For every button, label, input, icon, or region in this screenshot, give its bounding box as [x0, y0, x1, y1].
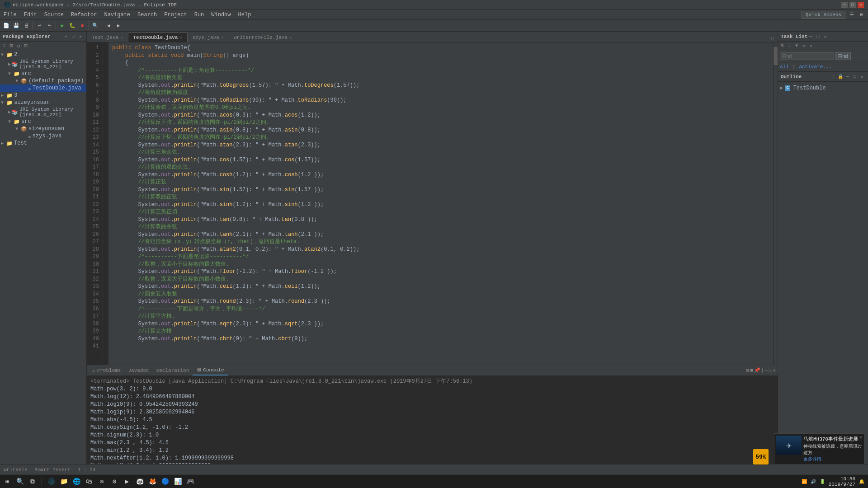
tree-item-pkg-size[interactable]: ▼ 📦 sizeyunsuan	[0, 125, 86, 132]
tab-szysjava-close[interactable]: ✕	[221, 35, 224, 40]
find-button[interactable]: Find	[835, 52, 851, 60]
search-taskbar-btn[interactable]: 🔍	[14, 476, 25, 487]
task-icon2[interactable]: ↕	[786, 42, 793, 49]
browser-taskbar[interactable]: 🌐	[71, 476, 82, 487]
app3-taskbar[interactable]: 🔵	[160, 476, 170, 487]
menu-source[interactable]: Source	[41, 11, 67, 19]
tree-item-testdouble[interactable]: ☕ TestDouble.java	[0, 84, 86, 92]
console-min-btn[interactable]: —	[765, 368, 768, 373]
find-input[interactable]	[780, 52, 834, 60]
scrollbar-thumb[interactable]	[774, 47, 778, 65]
stop-console-btn[interactable]: ■	[750, 368, 753, 373]
outline-min[interactable]: —	[844, 74, 851, 80]
pin-console-btn[interactable]: 📌	[754, 367, 760, 373]
task-list-close[interactable]: ✕	[822, 33, 828, 40]
tree-item-jre-size[interactable]: ▶ 📚 JRE System Library [jre1.8.0_221]	[0, 106, 86, 118]
task-icon3[interactable]: ▼	[793, 42, 800, 49]
eclipse-taskbar[interactable]: 🌑	[46, 476, 57, 487]
minimize-button[interactable]: —	[841, 1, 848, 9]
maximize-panel-btn[interactable]: □	[70, 33, 76, 40]
app2-taskbar[interactable]: 🦊	[147, 476, 158, 487]
app4-taskbar[interactable]: 📊	[172, 476, 183, 487]
tree-item-jre2[interactable]: ▶ 📚 JRE System Library [jre1.8.0_221]	[0, 58, 86, 70]
tab-testdoublejava[interactable]: TestDouble.java ✕	[128, 33, 187, 42]
menu-refactor[interactable]: Refactor	[67, 11, 101, 19]
outline-max[interactable]: □	[852, 74, 858, 80]
clear-console-btn[interactable]: ⊠	[746, 367, 749, 373]
menu-run[interactable]: Run	[191, 11, 208, 19]
new-btn[interactable]: 📄	[2, 21, 11, 30]
tab-writefromfile-close[interactable]: ✕	[289, 35, 292, 40]
task-icon1[interactable]: ⊞	[779, 42, 785, 49]
search-btn[interactable]: 🔍	[91, 21, 100, 30]
debug-btn[interactable]: 🐛	[68, 21, 77, 30]
panel-controls[interactable]: — □ ✕	[63, 33, 84, 40]
menu-help[interactable]: Help	[235, 11, 255, 19]
menu-project[interactable]: Project	[160, 11, 190, 19]
back-btn[interactable]: ◀	[104, 21, 113, 30]
explorer-taskbar[interactable]: 📁	[58, 476, 69, 487]
editor-max-btn[interactable]: □	[769, 36, 776, 42]
tab-testjava[interactable]: Test.java ✕	[87, 33, 128, 42]
outline-btn1[interactable]: ↕	[830, 74, 836, 80]
window-controls[interactable]: — □ ✕	[841, 1, 864, 9]
tree-item-szys[interactable]: ☕ szys.java	[0, 132, 86, 140]
task-icon4[interactable]: ↺	[801, 42, 807, 49]
perspective-btn2[interactable]: ⊞	[857, 10, 866, 19]
tab-testdoublejava-close[interactable]: ✕	[179, 35, 182, 40]
maximize-button[interactable]: □	[849, 1, 856, 9]
settings-taskbar[interactable]: ⚙	[109, 476, 120, 487]
code-area[interactable]: public class TestDouble{ public static v…	[108, 42, 773, 365]
stop-btn[interactable]: ■	[78, 21, 87, 30]
outline-btn2[interactable]: 🔒	[837, 74, 844, 80]
tab-writefromfile[interactable]: writeFromFile.java ✕	[229, 33, 297, 42]
vertical-scrollbar[interactable]	[773, 42, 778, 365]
quick-access[interactable]: Quick Access	[802, 11, 845, 19]
minimize-panel-btn[interactable]: —	[63, 33, 69, 40]
outline-item-testdouble[interactable]: ▶ C TestDouble	[780, 84, 866, 92]
taskview-btn[interactable]: ⧉	[27, 476, 38, 487]
run-btn[interactable]: ▶	[58, 21, 67, 30]
save-btn[interactable]: 💾	[12, 21, 21, 30]
tree-item-test[interactable]: ▶ 📁 Test	[0, 140, 86, 147]
all-link[interactable]: All	[780, 64, 789, 70]
menu-file[interactable]: File	[0, 11, 20, 19]
store-taskbar[interactable]: 🛍	[84, 476, 94, 487]
tab-testjava-close[interactable]: ✕	[120, 35, 123, 40]
tab-problems[interactable]: ⚠ Problems	[89, 365, 124, 375]
start-btn[interactable]: ⊞	[2, 476, 13, 487]
perspective-btn[interactable]: ☰	[847, 10, 856, 19]
tab-szysjava[interactable]: szys.java ✕	[188, 33, 229, 42]
app1-taskbar[interactable]: 🐼	[134, 476, 145, 487]
mail-taskbar[interactable]: ✉	[96, 476, 107, 487]
toolbar-icon2[interactable]: ⊞	[8, 42, 14, 49]
outline-close[interactable]: ✕	[859, 74, 865, 80]
tree-item-project2[interactable]: ▼ 📁 2	[0, 51, 86, 58]
close-button[interactable]: ✕	[857, 1, 864, 9]
tree-item-sizeyunsuan[interactable]: ▼ 📁 sizeyunsuan	[0, 99, 86, 106]
menu-search[interactable]: Search	[134, 11, 160, 19]
menu-navigate[interactable]: Navigate	[100, 11, 134, 19]
toolbar-icon1[interactable]: ↕	[1, 42, 7, 49]
print-btn[interactable]: 🖨	[22, 21, 31, 30]
toolbar-icon4[interactable]: ⊟	[23, 42, 29, 49]
console-max-btn[interactable]: □	[769, 368, 772, 373]
tree-item-default-pkg[interactable]: ▼ 📦 (default package)	[0, 77, 86, 84]
task-list-max[interactable]: □	[815, 33, 821, 40]
menu-window[interactable]: Window	[208, 11, 234, 19]
app5-taskbar[interactable]: 🎮	[185, 476, 196, 487]
activate-link[interactable]: Activate...	[799, 64, 832, 70]
tree-item-project3[interactable]: ▶ 📁 3	[0, 92, 86, 99]
toolbar-icon3[interactable]: ↺	[15, 42, 22, 49]
tab-console[interactable]: 🖥 Console	[193, 365, 227, 375]
redo-btn[interactable]: ↪	[45, 21, 54, 30]
tree-item-src-size[interactable]: ▼ 📁 src	[0, 118, 86, 125]
forward-btn[interactable]: ▶	[114, 21, 123, 30]
editor-min-btn[interactable]: —	[762, 36, 769, 42]
notification-btn[interactable]: 🔔	[859, 479, 864, 484]
tree-item-src2[interactable]: ▼ 📁 src	[0, 70, 86, 77]
menu-edit[interactable]: Edit	[20, 11, 41, 19]
notification-more[interactable]: 更多详情	[803, 456, 862, 462]
undo-btn[interactable]: ↩	[35, 21, 44, 30]
notification-close-btn[interactable]: ✕	[859, 435, 862, 440]
